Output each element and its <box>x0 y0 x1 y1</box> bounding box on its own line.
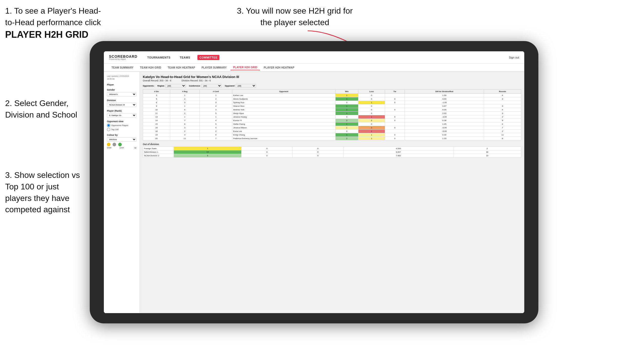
cell-opponent: Alexis Sudjianto <box>232 97 335 101</box>
cell-conf: 4 <box>199 126 232 130</box>
conference-filter-label: Conference <box>189 85 200 87</box>
cell-div: 15 <box>143 122 170 126</box>
cell-win: 4 <box>335 133 358 137</box>
ood-diff: 9.267 <box>343 150 453 154</box>
cell-win: 2 <box>335 108 358 112</box>
table-row: 15 8 5 Stella Cheng 1 0 1.25 4 <box>143 122 521 126</box>
cell-diff: 3.67 <box>405 104 484 108</box>
nav-teams[interactable]: TEAMS <box>178 55 192 60</box>
radio-top-100[interactable]: Top 100 <box>107 128 136 131</box>
dot-level <box>113 143 116 146</box>
cell-loss: 2 <box>358 126 385 130</box>
dot-down <box>107 143 110 146</box>
gender-select[interactable]: Women's <box>107 92 136 97</box>
cell-tie: 0 <box>385 108 405 112</box>
ood-diff: 7.400 <box>343 154 453 158</box>
cell-opponent: Euna Lee <box>232 130 335 133</box>
cell-diff: -1.00 <box>405 101 484 104</box>
cell-diff: -5.00 <box>405 130 484 133</box>
cell-win: 1 <box>335 126 358 130</box>
ood-win: 1 <box>174 147 242 150</box>
conference-select[interactable]: (All) <box>201 84 222 88</box>
cell-reg: 3 <box>170 101 199 104</box>
division-select[interactable]: NCAA Division III <box>107 103 136 107</box>
h2h-table: # Div # Reg # Conf Opponent Win Loss Tie… <box>143 89 521 140</box>
ood-row: NCAA Division 2 5 0 0 7.400 10 <box>143 154 521 158</box>
cell-div: 18 <box>143 130 170 133</box>
gender-section: Gender Women's <box>107 89 136 97</box>
player-rank-label: Player (Rank) <box>107 110 136 112</box>
colour-by-select[interactable]: Win/loss <box>107 137 136 142</box>
cell-div: 14 <box>143 119 170 122</box>
cell-opponent: Stella Cheng <box>232 122 335 126</box>
cell-loss: 0 <box>358 122 385 126</box>
cell-rounds: 4 <box>484 122 521 126</box>
table-row: 18 2 2 Euna Lee 0 2 -5.00 2 <box>143 130 521 133</box>
cell-loss: 0 <box>358 112 385 115</box>
cell-win: 1 <box>335 97 358 101</box>
nav-sign-out[interactable]: Sign out <box>509 56 519 59</box>
col-opponent: Opponent <box>232 90 335 94</box>
cell-tie: 0 <box>385 133 405 137</box>
cell-conf: 3 <box>199 108 232 112</box>
table-row: 14 7 4 Eunice Yi 2 2 0 0.38 9 <box>143 119 521 122</box>
cell-opponent: Jessica Huang <box>232 115 335 119</box>
division-section: Division NCAA Division III <box>107 99 136 107</box>
subnav-team-summary[interactable]: TEAM SUMMARY <box>109 65 136 70</box>
cell-win: 0 <box>335 101 358 104</box>
division-label: Division <box>107 99 136 102</box>
opponent-select[interactable]: (All) <box>236 84 256 88</box>
subnav-player-h2h-grid[interactable]: PLAYER H2H GRID <box>230 65 260 70</box>
ood-rounds: 2 <box>453 147 521 150</box>
cell-reg: 7 <box>170 119 199 122</box>
radio-opponents-played[interactable]: Opponents Played <box>107 124 136 127</box>
cell-loss: 1 <box>358 137 385 140</box>
right-panel: Katelyn Vo Head-to-Head Grid for Women's… <box>140 72 524 313</box>
records-row: Overall Record: 353 - 34 - 6 Division Re… <box>143 79 521 82</box>
brand: SCOREBOARD Powered by clippd <box>109 55 137 60</box>
cell-loss: 0 <box>358 104 385 108</box>
ood-label: Foreign Team <box>143 147 174 150</box>
player-rank-section: Player (Rank) 8. Katelyn Vo <box>107 110 136 118</box>
subnav-player-summary[interactable]: PLAYER SUMMARY <box>199 65 229 70</box>
division-record: Division Record: 331 - 34 - 6 <box>182 79 211 82</box>
cell-reg: 3 <box>170 126 199 130</box>
colour-dots <box>107 143 136 146</box>
cell-reg: 2 <box>170 130 199 133</box>
cell-rounds: 7 <box>484 126 521 130</box>
opponent-view-section: Opponent view Opponents Played Top 100 <box>107 120 136 131</box>
cell-conf: 2 <box>199 130 232 133</box>
player-rank-select[interactable]: 8. Katelyn Vo <box>107 113 136 118</box>
cell-loss: 1 <box>358 133 385 137</box>
cell-diff: 3.33 <box>405 112 484 115</box>
ood-tie: 0 <box>293 150 344 154</box>
cell-rounds: 4 <box>484 108 521 112</box>
ood-row: Foreign Team 1 0 0 4.500 2 <box>143 147 521 150</box>
player-label: Player <box>107 83 136 86</box>
ood-loss: 0 <box>242 147 293 150</box>
ood-rounds: 10 <box>453 154 521 158</box>
ood-tie: 0 <box>293 154 344 158</box>
cell-tie: 0 <box>385 97 405 101</box>
subnav-player-h2h-heatmap[interactable]: PLAYER H2H HEATMAP <box>261 65 297 70</box>
main-content: Last Updated: 27/03/2024 16:55:38 Player… <box>104 72 524 313</box>
cell-div: 13 <box>143 115 170 119</box>
cell-reg: 1 <box>170 94 199 97</box>
cell-win: 2 <box>335 137 358 140</box>
table-row: 16 3 4 Jessica Mason 1 2 0 -0.94 7 <box>143 126 521 130</box>
cell-opponent: Eunice Yi <box>232 119 335 122</box>
cell-loss: 0 <box>358 97 385 101</box>
nav-committee[interactable]: COMMITTEE <box>197 55 220 60</box>
table-row: 13 1 1 Jessica Huang 0 1 0 -3.00 2 <box>143 115 521 119</box>
cell-conf: 1 <box>199 115 232 119</box>
cell-rounds: 4 <box>484 94 521 97</box>
subnav-team-h2h-heatmap[interactable]: TEAM H2H HEATMAP <box>165 65 198 70</box>
col-loss: Loss <box>358 90 385 94</box>
instruction-text-4: 3. Show selection vs Top 100 or just pla… <box>5 170 80 214</box>
cell-conf: 4 <box>199 104 232 108</box>
ood-label: NCAA Division 2 <box>143 154 174 158</box>
subnav-team-h2h-grid[interactable]: TEAM H2H GRID <box>137 65 164 70</box>
nav-tournaments[interactable]: TOURNAMENTS <box>145 55 173 60</box>
cell-tie: 0 <box>385 126 405 130</box>
region-select[interactable]: (All) <box>165 84 186 88</box>
